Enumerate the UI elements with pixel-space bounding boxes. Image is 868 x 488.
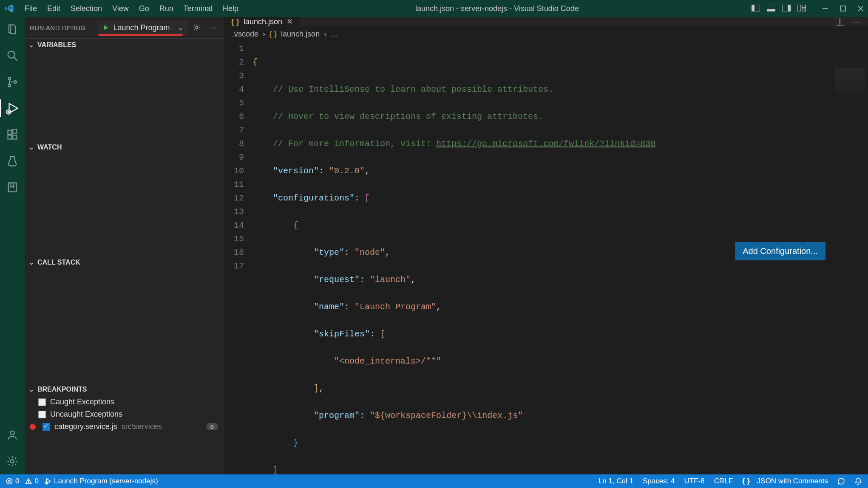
breakpoint-count: 6: [206, 423, 218, 430]
svg-rect-23: [13, 129, 17, 133]
status-launch-config[interactable]: Launch Program (server-nodejs): [45, 477, 158, 485]
toggle-primary-sidebar-icon[interactable]: [752, 5, 759, 12]
split-editor-icon[interactable]: [836, 18, 844, 25]
tab-launch-json[interactable]: { } launch.json ✕: [224, 17, 300, 26]
maximize-icon[interactable]: [840, 6, 846, 11]
svg-point-16: [8, 84, 11, 87]
checkbox-icon[interactable]: [38, 398, 46, 406]
callstack-header[interactable]: ⌄CALL STACK: [25, 256, 224, 269]
explorer-icon[interactable]: [6, 23, 19, 36]
menu-go[interactable]: Go: [135, 3, 153, 15]
titlebar: File Edit Selection View Go Run Terminal…: [0, 0, 868, 17]
sidebar-title: RUN AND DEBUG: [30, 24, 86, 31]
breadcrumb-folder[interactable]: .vscode: [232, 30, 258, 39]
run-debug-icon[interactable]: [6, 102, 19, 115]
breakpoint-caught-exceptions[interactable]: Caught Exceptions: [25, 396, 224, 408]
launch-config-select[interactable]: Launch Program ⌄: [98, 21, 188, 34]
testing-icon[interactable]: [6, 155, 19, 167]
run-debug-sidebar: RUN AND DEBUG Launch Program ⌄ ⋯ ⌄VARIAB…: [25, 17, 224, 474]
svg-point-17: [14, 81, 17, 83]
checkbox-icon[interactable]: [43, 423, 50, 431]
svg-point-28: [196, 27, 198, 29]
add-configuration-button[interactable]: Add Configuration...: [735, 242, 825, 260]
line-gutter: 1234567891011121314151617: [224, 42, 252, 488]
watch-header[interactable]: ⌄WATCH: [25, 141, 224, 154]
svg-rect-21: [8, 135, 12, 139]
watch-section: ⌄WATCH: [25, 141, 224, 256]
configure-gear-icon[interactable]: [193, 23, 204, 32]
breakpoint-dot-icon: [30, 424, 36, 430]
launch-config-label: Launch Program: [113, 23, 173, 32]
breakpoint-file-item[interactable]: category.service.js src\services 6: [25, 420, 224, 433]
chevron-down-icon: ⌄: [29, 259, 34, 266]
svg-rect-5: [788, 5, 791, 11]
more-actions-icon[interactable]: ⋯: [208, 23, 219, 32]
breadcrumb-trail[interactable]: ...: [331, 30, 337, 39]
chevron-right-icon: ›: [263, 30, 265, 39]
start-debug-icon[interactable]: [102, 24, 109, 31]
svg-rect-24: [9, 183, 17, 192]
svg-point-15: [8, 77, 11, 80]
bookmark-icon[interactable]: [6, 181, 19, 194]
menu-view[interactable]: View: [108, 3, 133, 15]
window-title: launch.json - server-nodejs - Visual Stu…: [243, 4, 752, 13]
minimize-icon[interactable]: [822, 6, 828, 11]
chevron-down-icon[interactable]: ⌄: [177, 23, 184, 32]
tab-label: launch.json: [244, 17, 282, 26]
svg-point-25: [10, 431, 14, 435]
menu-terminal[interactable]: Terminal: [179, 3, 217, 15]
svg-rect-3: [767, 9, 775, 11]
extensions-icon[interactable]: [6, 128, 19, 141]
section-label: CALL STACK: [37, 259, 80, 266]
menu-file[interactable]: File: [20, 3, 41, 15]
source-control-icon[interactable]: [6, 76, 19, 88]
breakpoint-uncaught-exceptions[interactable]: Uncaught Exceptions: [25, 408, 224, 420]
checkbox-icon[interactable]: [38, 411, 46, 418]
account-icon[interactable]: [6, 429, 19, 441]
breadcrumb[interactable]: .vscode › { } launch.json › ...: [224, 26, 868, 42]
menu-run[interactable]: Run: [155, 3, 178, 15]
toggle-secondary-sidebar-icon[interactable]: [782, 5, 790, 12]
customize-layout-icon[interactable]: [797, 5, 805, 12]
chevron-right-icon: ›: [324, 30, 326, 39]
close-tab-icon[interactable]: ✕: [286, 17, 293, 26]
more-actions-icon[interactable]: ⋯: [854, 17, 861, 26]
menu-edit[interactable]: Edit: [43, 3, 65, 15]
code-content[interactable]: { // Use IntelliSense to learn about pos…: [252, 42, 664, 488]
settings-gear-icon[interactable]: [6, 455, 19, 468]
variables-section: ⌄VARIABLES: [25, 38, 224, 141]
chevron-down-icon: ⌄: [29, 386, 34, 393]
svg-rect-8: [802, 9, 806, 11]
svg-rect-1: [752, 5, 755, 11]
editor-tabs: { } launch.json ✕ ⋯: [224, 17, 868, 26]
status-errors[interactable]: 0: [6, 477, 19, 485]
breadcrumb-file[interactable]: launch.json: [281, 30, 320, 39]
breakpoint-label: Uncaught Exceptions: [50, 410, 122, 419]
svg-point-13: [8, 51, 15, 58]
svg-rect-22: [13, 135, 17, 139]
svg-rect-6: [797, 5, 801, 11]
svg-marker-39: [46, 479, 51, 484]
menu-bar: File Edit Selection View Go Run Terminal…: [20, 3, 243, 15]
chevron-down-icon: ⌄: [29, 42, 34, 48]
json-file-icon: { }: [269, 30, 277, 39]
status-warnings[interactable]: 0: [25, 477, 38, 485]
minimap[interactable]: [835, 68, 865, 93]
variables-header[interactable]: ⌄VARIABLES: [25, 39, 224, 51]
svg-rect-7: [802, 5, 806, 8]
close-icon[interactable]: [858, 6, 864, 11]
breakpoint-file: category.service.js: [54, 422, 117, 431]
code-editor[interactable]: 1234567891011121314151617 { // Use Intel…: [224, 42, 868, 488]
svg-point-38: [28, 482, 29, 483]
svg-rect-20: [8, 130, 12, 134]
search-icon[interactable]: [6, 49, 19, 62]
breakpoints-header[interactable]: ⌄BREAKPOINTS: [25, 383, 224, 396]
menu-help[interactable]: Help: [218, 3, 243, 15]
breakpoint-label: Caught Exceptions: [50, 398, 114, 406]
menu-selection[interactable]: Selection: [66, 3, 106, 15]
section-label: BREAKPOINTS: [37, 386, 87, 393]
callstack-section: ⌄CALL STACK: [25, 256, 224, 383]
toggle-panel-icon[interactable]: [767, 5, 774, 12]
svg-point-26: [11, 460, 14, 463]
editor-group: { } launch.json ✕ ⋯ .vscode › { } launch…: [224, 17, 868, 474]
